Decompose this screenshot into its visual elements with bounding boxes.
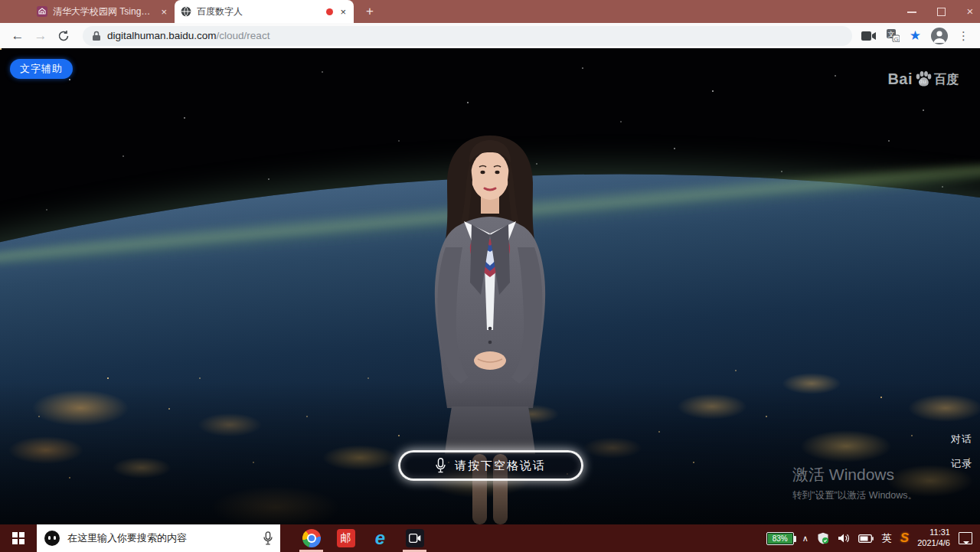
profile-avatar[interactable]: [931, 28, 948, 44]
baidu-logo-bai: Bai: [887, 70, 913, 88]
action-center-icon[interactable]: [959, 532, 972, 544]
new-tab-button[interactable]: +: [360, 2, 380, 21]
text-assist-button[interactable]: 文字辅助: [10, 59, 73, 79]
page-content: 文字辅助 Bai du 百度 请按下空格说话 对话 记录 激活 Windows …: [0, 48, 980, 524]
tab-title: 百度数字人: [197, 5, 321, 18]
clock-date: 2021/4/6: [917, 538, 950, 549]
tray-expand-icon[interactable]: ∧: [802, 534, 808, 544]
taskbar-mail-button[interactable]: 邮: [328, 524, 363, 552]
screen-recorder-icon: [406, 529, 424, 547]
globe-favicon: [181, 6, 191, 17]
taskbar-ie-button[interactable]: e: [363, 524, 397, 552]
browser-titlebar: 清华大学校园网 Tsinghua Univ × 百度数字人 × + ×: [0, 0, 980, 23]
battery-icon[interactable]: [858, 534, 874, 543]
address-bar[interactable]: digitalhuman.baidu.com/cloud/react: [83, 26, 852, 46]
tab-tsinghua[interactable]: 清华大学校园网 Tsinghua Univ ×: [31, 0, 175, 23]
battery-percent-indicator[interactable]: 83%: [766, 532, 794, 545]
lock-icon: [92, 31, 101, 41]
window-close-button[interactable]: ×: [965, 6, 975, 17]
windows-logo-icon: [12, 532, 24, 544]
push-to-talk-prompt[interactable]: 请按下空格说话: [398, 450, 583, 481]
forward-icon[interactable]: →: [31, 26, 51, 46]
dialog-tab-button[interactable]: 对话: [948, 431, 975, 448]
baidu-logo: Bai du 百度: [887, 70, 959, 88]
url-host: digitalhuman.baidu.com: [107, 30, 217, 41]
input-language-indicator[interactable]: 英: [882, 531, 892, 545]
baidu-logo-du: du: [919, 78, 926, 85]
window-maximize-button[interactable]: [936, 6, 946, 17]
reload-icon[interactable]: [54, 26, 74, 46]
cortana-icon: [44, 531, 60, 546]
push-to-talk-label: 请按下空格说话: [455, 459, 546, 473]
translate-icon[interactable]: 文 G: [887, 29, 900, 42]
windows-taskbar: 在这里输入你要搜索的内容 邮 e 83% ∧: [0, 524, 980, 552]
watermark-line2: 转到"设置"以激活 Windows。: [792, 489, 917, 502]
activate-windows-watermark: 激活 Windows 转到"设置"以激活 Windows。: [792, 464, 917, 502]
recording-indicator-icon: [326, 8, 333, 15]
taskbar-camera-button[interactable]: [397, 524, 432, 552]
battery-percent-label: 83%: [773, 534, 788, 543]
url-path: /cloud/react: [217, 30, 270, 41]
tsinghua-favicon: [37, 6, 47, 17]
start-button[interactable]: [0, 524, 37, 552]
tab-title: 清华大学校园网 Tsinghua Univ: [53, 5, 154, 18]
clock-time: 11:31: [917, 528, 950, 538]
search-placeholder: 在这里输入你要搜索的内容: [67, 531, 256, 545]
chrome-icon: [302, 529, 321, 547]
window-minimize-button[interactable]: [906, 6, 917, 17]
browser-menu-icon[interactable]: ⋮: [958, 29, 969, 43]
tab-digital-human[interactable]: 百度数字人 ×: [175, 0, 354, 23]
svg-text:G: G: [893, 36, 898, 43]
baidu-logo-cn: 百度: [934, 72, 959, 88]
baidu-paw-icon: du: [914, 70, 933, 88]
tab-close-icon[interactable]: ×: [159, 6, 168, 18]
sogou-input-icon[interactable]: S: [900, 531, 909, 546]
camera-in-use-icon[interactable]: [861, 31, 877, 41]
mail-icon: 邮: [337, 529, 355, 547]
volume-icon[interactable]: [838, 533, 850, 544]
taskbar-search-input[interactable]: 在这里输入你要搜索的内容: [37, 524, 280, 552]
microphone-icon: [436, 458, 446, 473]
taskbar-clock[interactable]: 11:31 2021/4/6: [917, 528, 950, 549]
watermark-line1: 激活 Windows: [792, 464, 917, 485]
back-icon[interactable]: ←: [8, 26, 28, 46]
browser-toolbar: ← → digitalhuman.baidu.com/cloud/react 文…: [0, 23, 980, 48]
tab-close-icon[interactable]: ×: [338, 6, 348, 18]
search-mic-icon[interactable]: [263, 531, 273, 545]
record-tab-button[interactable]: 记录: [948, 456, 975, 472]
defender-shield-icon[interactable]: [817, 532, 829, 544]
taskbar-chrome-button[interactable]: [294, 524, 328, 552]
bookmark-star-icon[interactable]: ★: [910, 28, 921, 44]
internet-explorer-icon: e: [375, 529, 385, 547]
